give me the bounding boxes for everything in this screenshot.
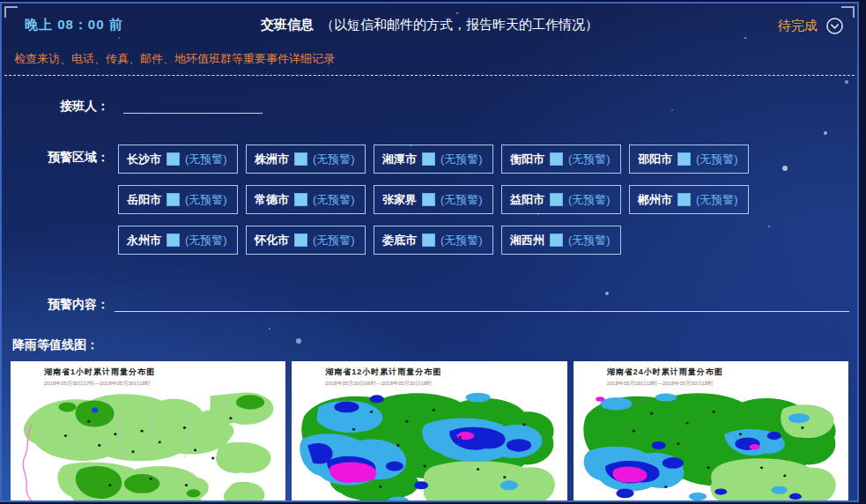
warning-content-label: 预警内容： [2,292,109,313]
collapse-chevron-down-icon[interactable] [825,16,845,35]
city-warning-status: (无预警) [185,192,227,208]
rainfall-map-panel-24h[interactable]: 湖南省24小时累计雨量分布图 2018年05月29日18时—2018年05月30… [574,361,848,502]
city-name: 郴州市 [638,192,672,208]
receiver-input[interactable] [123,93,263,114]
city-warning-box-yiyang[interactable]: 益阳市 (无预警) [501,185,621,214]
city-name: 湘西州 [510,233,544,248]
city-warning-status: (无预警) [185,152,227,167]
map-subtitle: 2018年05月29日18时—2018年05月30日18时 [607,380,848,388]
city-warning-box-xiangxi[interactable]: 湘西州 (无预警) [501,226,621,255]
dashed-divider [4,75,855,76]
rainfall-section-label: 降雨等值线图： [12,337,857,353]
city-warning-box-chenzhou[interactable]: 郴州市 (无预警) [629,185,749,214]
rainfall-maps-row: 湖南省1小时累计雨量分布图 2018年05月30日17时—2018年05月30日… [11,361,848,502]
map-title: 湖南省1小时累计雨量分布图 [44,367,285,378]
city-warning-status: (无预警) [568,233,611,248]
city-name: 常德市 [255,192,289,208]
city-name: 娄底市 [382,233,417,248]
checklist-notice: 检查来访、电话、传真、邮件、地环值班群等重要事件详细记录 [14,51,857,67]
city-checkbox[interactable] [677,152,691,166]
city-name: 湘潭市 [382,152,417,167]
city-name: 株洲市 [255,152,289,167]
city-checkbox[interactable] [167,152,180,166]
shift-handover-page: 晚上 08：00 前 交班信息（以短信和邮件的方式，报告昨天的工作情况） 待完成… [0,0,866,504]
page-title: 交班信息（以短信和邮件的方式，报告昨天的工作情况） [2,12,857,33]
rainfall-map-panel-1h[interactable]: 湖南省1小时累计雨量分布图 2018年05月30日17时—2018年05月30日… [11,361,285,502]
status-area: 待完成 [778,16,845,35]
city-checkbox[interactable] [550,152,563,166]
city-name: 岳阳市 [127,192,161,208]
city-warning-box-zhangjiajie[interactable]: 张家界 (无预警) [374,185,493,214]
map-title: 湖南省24小时累计雨量分布图 [607,367,848,378]
city-checkbox[interactable] [550,233,563,247]
city-name: 益阳市 [510,192,544,208]
map-subtitle: 2018年05月30日06时—2018年05月30日18时 [325,380,566,388]
city-name: 邵阳市 [638,152,672,167]
city-grid: 长沙市 (无预警) 株洲市 (无预警) 湘潭市 (无预警) [118,145,749,255]
warning-content-row: 预警内容： [2,292,857,313]
receiver-row: 接班人： [2,93,857,115]
rainfall-map-panel-12h[interactable]: 湖南省12小时累计雨量分布图 2018年05月30日06时—2018年05月30… [292,361,566,502]
hunan-rainfall-map-24h-image [574,389,848,502]
city-checkbox[interactable] [294,152,307,166]
header: 晚上 08：00 前 交班信息（以短信和邮件的方式，报告昨天的工作情况） 待完成 [2,12,857,42]
page-frame: 晚上 08：00 前 交班信息（以短信和邮件的方式，报告昨天的工作情况） 待完成… [0,2,859,502]
warning-area-row: 预警区域： 长沙市 (无预警) 株洲市 (无预警) 湘潭市 [2,145,857,255]
receiver-label: 接班人： [2,93,109,115]
city-warning-status: (无预警) [313,192,355,208]
city-name: 永州市 [127,233,161,248]
city-warning-box-huaihua[interactable]: 怀化市 (无预警) [246,226,366,255]
warning-area-label: 预警区域： [2,145,109,166]
hunan-rainfall-map-1h-image [11,389,285,502]
city-name: 长沙市 [127,152,161,167]
city-warning-box-yueyang[interactable]: 岳阳市 (无预警) [118,185,238,214]
city-warning-status: (无预警) [696,192,738,208]
city-checkbox[interactable] [167,233,180,247]
city-warning-box-shaoyang[interactable]: 邵阳市 (无预警) [629,145,749,174]
city-warning-box-hengyang[interactable]: 衡阳市 (无预警) [501,145,621,174]
city-warning-box-xiangtan[interactable]: 湘潭市 (无预警) [374,145,493,174]
warning-content-input[interactable] [115,292,849,312]
city-row-3: 永州市 (无预警) 怀化市 (无预警) 娄底市 (无预警) [118,226,749,255]
city-warning-status: (无预警) [568,192,611,208]
city-checkbox[interactable] [167,193,180,206]
city-name: 张家界 [382,192,417,208]
city-warning-status: (无预警) [313,152,355,167]
city-checkbox[interactable] [294,233,307,247]
title-subtext: （以短信和邮件的方式，报告昨天的工作情况） [321,17,598,32]
map-subtitle: 2018年05月30日17时—2018年05月30日18时 [44,380,285,388]
city-warning-status: (无预警) [313,233,355,248]
status-badge: 待完成 [778,18,818,34]
city-warning-box-yongzhou[interactable]: 永州市 (无预警) [118,226,238,255]
city-warning-box-changde[interactable]: 常德市 (无预警) [246,185,366,214]
city-row-2: 岳阳市 (无预警) 常德市 (无预警) 张家界 (无预警) [118,185,749,214]
title-text: 交班信息 [261,17,314,32]
city-warning-status: (无预警) [440,192,483,208]
city-checkbox[interactable] [550,193,563,206]
city-warning-box-loudi[interactable]: 娄底市 (无预警) [374,226,493,255]
starfield-decoration [2,4,4,5]
city-warning-status: (无预警) [568,152,611,167]
map-title: 湖南省12小时累计雨量分布图 [325,367,566,378]
hunan-rainfall-map-12h-image [292,389,566,502]
city-warning-status: (无预警) [440,152,483,167]
city-name: 衡阳市 [510,152,544,167]
city-warning-box-changsha[interactable]: 长沙市 (无预警) [118,145,238,174]
city-warning-box-zhuzhou[interactable]: 株洲市 (无预警) [246,145,366,174]
city-checkbox[interactable] [422,233,435,247]
city-checkbox[interactable] [294,193,307,206]
city-warning-status: (无预警) [696,152,738,167]
city-warning-status: (无预警) [440,233,483,248]
city-checkbox[interactable] [422,193,435,206]
city-name: 怀化市 [255,233,289,248]
city-warning-status: (无预警) [185,233,227,248]
deadline-label: 晚上 08：00 前 [25,17,123,33]
city-row-1: 长沙市 (无预警) 株洲市 (无预警) 湘潭市 (无预警) [118,145,749,174]
city-checkbox[interactable] [677,193,691,206]
city-checkbox[interactable] [422,152,435,166]
